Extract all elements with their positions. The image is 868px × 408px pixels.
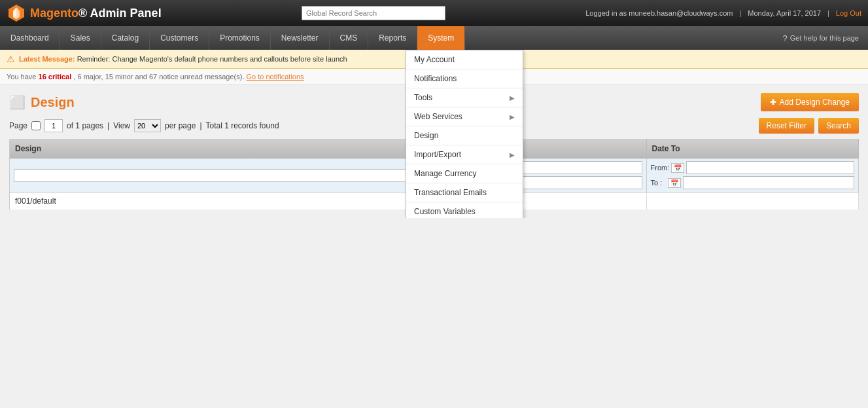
date-to-value — [646, 193, 859, 210]
nav-item-system[interactable]: System — [417, 26, 465, 50]
col-header-date-to: Date To — [646, 139, 859, 158]
magento-logo-icon — [7, 3, 26, 23]
design-filter-cell — [10, 158, 434, 193]
design-icon: ⬜ — [9, 94, 26, 110]
user-info: Logged in as muneeb.hasan@cloudways.com — [585, 9, 733, 17]
menu-item-my-account[interactable]: My Account — [406, 50, 523, 69]
navigation: Dashboard Sales Catalog Customers Promot… — [0, 26, 868, 50]
page-number-input[interactable] — [44, 119, 63, 132]
submenu-arrow-importexport: ▶ — [510, 151, 515, 158]
page-title: Design — [31, 95, 75, 110]
header: Magento® Admin Panel Logged in as muneeb… — [0, 0, 868, 26]
header-search-area — [302, 6, 445, 20]
date-to-from-input[interactable] — [686, 161, 855, 174]
menu-item-import-export[interactable]: Import/Export ▶ — [406, 145, 523, 164]
menu-item-custom-variables[interactable]: Custom Variables — [406, 202, 523, 218]
search-button[interactable]: Search — [818, 118, 859, 134]
pagination-right: Reset Filter Search — [759, 118, 859, 134]
system-dropdown-menu: My Account Notifications Tools ▶ Web Ser… — [406, 50, 523, 218]
menu-item-design[interactable]: Design — [406, 126, 523, 145]
logo: Magento® Admin Panel — [7, 3, 162, 23]
page-title-container: ⬜ Design — [9, 94, 75, 110]
menu-item-notifications[interactable]: Notifications — [406, 69, 523, 88]
date-to-to-calendar-button[interactable]: 📅 — [668, 178, 681, 188]
menu-item-transactional-emails[interactable]: Transactional Emails — [406, 183, 523, 202]
menu-item-manage-currency[interactable]: Manage Currency — [406, 164, 523, 183]
add-design-change-button[interactable]: ✚ Add Design Change — [761, 93, 859, 111]
go-to-notifications-link[interactable]: Go to notifications — [247, 73, 304, 81]
pagination-left: Page of 1 pages | View 20 30 50 100 200 … — [9, 119, 279, 132]
nav-item-promotions[interactable]: Promotions — [209, 26, 271, 50]
get-help-link[interactable]: ? Get help for this page — [774, 26, 868, 50]
reset-filter-button[interactable]: Reset Filter — [759, 118, 814, 134]
submenu-arrow-tools: ▶ — [510, 94, 515, 102]
date-to-filter-cell: From: 📅 To : 📅 — [646, 158, 859, 193]
nav-item-newsletter[interactable]: Newsletter — [271, 26, 330, 50]
critical-count: 16 critical — [39, 73, 72, 81]
design-filter-input[interactable] — [14, 169, 430, 182]
header-right: Logged in as muneeb.hasan@cloudways.com … — [585, 9, 861, 17]
logo-text: Magento® Admin Panel — [30, 7, 162, 20]
alert-text: Latest Message: Reminder: Change Magento… — [19, 55, 347, 63]
nav-item-catalog[interactable]: Catalog — [101, 26, 150, 50]
page-checkbox[interactable] — [31, 121, 41, 130]
col-header-design: Design — [10, 139, 434, 158]
plus-icon: ✚ — [770, 98, 776, 107]
per-page-select[interactable]: 20 30 50 100 200 — [134, 119, 161, 132]
nav-item-sales[interactable]: Sales — [60, 26, 101, 50]
date-to-to-input[interactable] — [683, 176, 854, 189]
nav-item-customers[interactable]: Customers — [150, 26, 209, 50]
nav-item-cms[interactable]: CMS — [330, 26, 369, 50]
global-search-input[interactable] — [302, 6, 445, 20]
nav-item-reports[interactable]: Reports — [368, 26, 417, 50]
question-icon: ? — [783, 33, 788, 43]
alert-icon: ⚠ — [7, 54, 15, 64]
design-value: f001/default — [10, 193, 434, 210]
menu-item-tools[interactable]: Tools ▶ — [406, 88, 523, 107]
menu-item-web-services[interactable]: Web Services ▶ — [406, 107, 523, 126]
logout-link[interactable]: Log Out — [836, 9, 861, 17]
date-to-from-calendar-button[interactable]: 📅 — [671, 163, 684, 173]
nav-item-dashboard[interactable]: Dashboard — [0, 26, 60, 50]
submenu-arrow-webservices: ▶ — [510, 113, 515, 121]
date-info: Monday, April 17, 2017 — [748, 9, 821, 17]
